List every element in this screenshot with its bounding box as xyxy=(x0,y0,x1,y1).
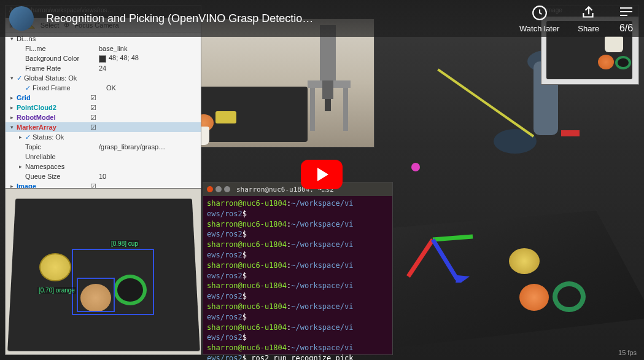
det-object-can xyxy=(39,253,71,281)
tree-row[interactable]: ▸✓Status: Ok xyxy=(6,132,201,142)
tree-row[interactable]: ✓Fixed FrameOK xyxy=(6,83,201,93)
coordinate-axes xyxy=(402,209,476,283)
video-title: Recognition and Picking (OpenVINO Grasp … xyxy=(46,12,507,25)
svg-line-4 xyxy=(433,237,473,240)
watch-later-label: Watch later xyxy=(519,24,559,33)
channel-avatar[interactable] xyxy=(9,6,34,31)
tree-row[interactable]: Frame Rate24 xyxy=(6,63,201,73)
share-label: Share xyxy=(578,24,599,33)
terminal-window[interactable]: sharron@nuc6-u1804: ~…s2 sharron@nuc6-u1… xyxy=(203,182,393,355)
watch-later-button[interactable]: Watch later xyxy=(519,4,559,33)
cam-robot xyxy=(301,25,363,136)
video-header: Recognition and Picking (OpenVINO Grasp … xyxy=(0,0,644,37)
svg-rect-15 xyxy=(343,88,348,131)
svg-rect-17 xyxy=(325,99,331,111)
scene-object-orange xyxy=(519,284,549,311)
tree-row[interactable]: Topic/grasp_library/grasp… xyxy=(6,142,201,152)
tree-row[interactable]: ▸PointCloud2☑ xyxy=(6,103,201,112)
imgtr-orange xyxy=(598,55,614,69)
tree-row[interactable]: Unreliable xyxy=(6,152,201,162)
tree-row[interactable]: Fi...mebase_link xyxy=(6,44,201,53)
tree-row[interactable]: Queue Size10 xyxy=(6,171,201,181)
share-icon xyxy=(580,4,597,22)
svg-rect-3 xyxy=(561,130,580,136)
svg-rect-14 xyxy=(310,88,315,131)
minimize-icon[interactable] xyxy=(215,186,222,192)
terminal-titlebar: sharron@nuc6-u1804: ~…s2 xyxy=(203,182,392,196)
svg-line-6 xyxy=(433,240,457,280)
play-button[interactable] xyxy=(301,160,343,189)
tree-row[interactable]: ▾MarkerArray☑ xyxy=(6,122,201,132)
scene-object-cup xyxy=(553,281,586,312)
cam-object-can xyxy=(215,111,236,123)
playlist-counter[interactable]: 6/6 xyxy=(618,3,635,34)
fps-counter: 15 fps xyxy=(618,349,637,356)
counter-text: 6/6 xyxy=(619,23,633,34)
play-icon xyxy=(317,168,328,181)
tree-row[interactable]: ▾✓Global Status: Ok xyxy=(6,73,201,83)
tree-row[interactable]: ▸Grid☑ xyxy=(6,93,201,103)
detection-image-panel[interactable]: [0.98] cup [0.70] orange xyxy=(5,188,201,355)
imgtr-ring xyxy=(615,56,631,69)
scene-object-can xyxy=(509,248,540,274)
share-button[interactable]: Share xyxy=(578,4,599,33)
det-label-cup: [0.98] cup xyxy=(110,240,139,247)
tree-row[interactable]: Background Color48; 48; 48 xyxy=(6,53,201,63)
det-label-orange: [0.70] orange xyxy=(37,287,76,294)
clock-icon xyxy=(531,4,548,22)
svg-rect-16 xyxy=(322,80,333,99)
grasp-marker-point xyxy=(411,163,420,171)
tree-row[interactable]: ▸Namespaces xyxy=(6,162,201,171)
playlist-icon xyxy=(618,3,635,20)
bbox-orange xyxy=(77,278,115,312)
terminal-body[interactable]: sharron@nuc6-u1804:~/workspace/views/ros… xyxy=(203,196,392,360)
imgtr-cup xyxy=(605,36,623,52)
maximize-icon[interactable] xyxy=(224,186,230,192)
close-icon[interactable] xyxy=(207,186,213,192)
tree-row[interactable]: ▸RobotModel☑ xyxy=(6,112,201,122)
rviz-tree[interactable]: ▾Di...nsFi...mebase_linkBackground Color… xyxy=(6,33,201,189)
svg-line-5 xyxy=(408,240,433,276)
